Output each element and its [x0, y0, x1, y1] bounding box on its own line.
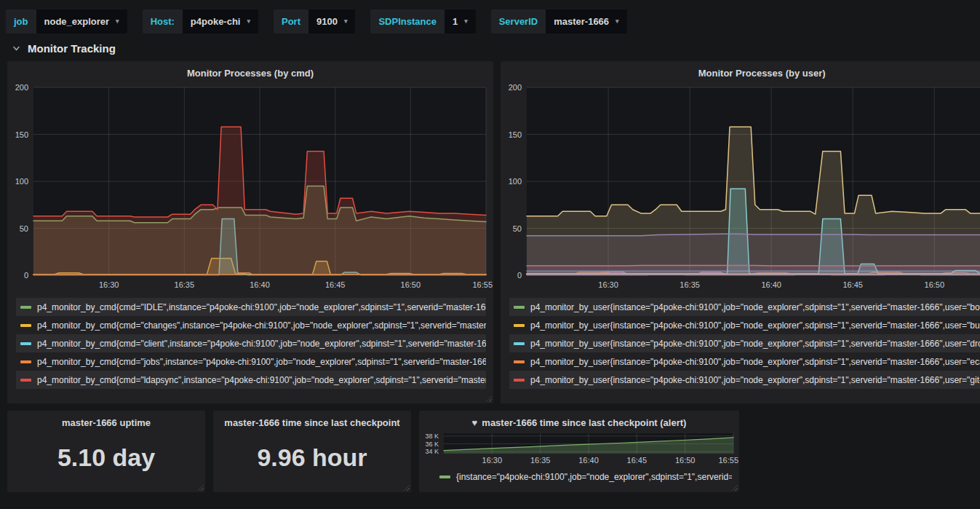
variable-host-dropdown[interactable]: p4poke-chi ▾ [183, 9, 258, 33]
variable-sdpinstance: SDPInstance 1 ▾ [370, 9, 475, 33]
panel-uptime: master-1666 uptime 5.10 day [7, 411, 205, 492]
svg-text:16:45: 16:45 [842, 280, 863, 289]
svg-text:200: 200 [509, 83, 522, 92]
checkpoint-value: 9.96 hour [213, 443, 411, 472]
legend-series-label: {instance="p4poke-chi:9100",job="node_ex… [456, 472, 732, 482]
panel-title-checkpoint[interactable]: master-1666 time since last checkpoint [213, 411, 411, 431]
legend-item[interactable]: p4_monitor_by_user{instance="p4poke-chi:… [509, 352, 980, 371]
svg-text:16:40: 16:40 [250, 280, 270, 289]
variable-sdpinstance-label: SDPInstance [370, 9, 444, 33]
svg-text:16:50: 16:50 [675, 456, 696, 465]
panel-resize-handle[interactable] [486, 396, 492, 402]
variable-sdpinstance-dropdown[interactable]: 1 ▾ [445, 9, 476, 33]
legend-series-swatch [514, 342, 525, 345]
legend-series-label: p4_monitor_by_user{instance="p4poke-chi:… [530, 302, 980, 312]
svg-text:50: 50 [513, 224, 522, 233]
template-variables-bar: job node_explorer ▾ Host: p4poke-chi ▾ P… [0, 0, 980, 40]
alert-title-text: master-1666 time since last checkpoint (… [482, 417, 686, 428]
svg-text:16:45: 16:45 [627, 456, 648, 465]
legend-series-label: p4_monitor_by_user{instance="p4poke-chi:… [530, 375, 980, 385]
legend-series-label: p4_monitor_by_cmd{cmd="ldapsync",instanc… [37, 375, 486, 385]
panel-title-by-user[interactable]: Monitor Processes (by user) [501, 61, 980, 82]
uptime-value: 5.10 day [7, 443, 205, 472]
legend-item[interactable]: p4_monitor_by_cmd{cmd="client",instance=… [16, 334, 486, 352]
checkpoint-alert-sparkline[interactable]: 34 K36 K38 K16:3016:3516:4016:4516:5016:… [419, 431, 739, 466]
svg-text:36 K: 36 K [425, 441, 439, 448]
panel-resize-handle[interactable] [732, 485, 738, 491]
variable-serverid-label: ServerID [491, 9, 546, 33]
variable-port-dropdown[interactable]: 9100 ▾ [308, 9, 355, 33]
svg-text:16:35: 16:35 [175, 280, 195, 289]
graphs-row: Monitor Processes (by cmd) 0501001502001… [0, 61, 980, 403]
variable-host: Host: p4poke-chi ▾ [143, 9, 258, 33]
panel-monitor-by-user: Monitor Processes (by user) 050100150200… [501, 61, 980, 403]
variable-host-label: Host: [143, 9, 183, 33]
svg-text:16:35: 16:35 [680, 280, 700, 289]
variable-job-label: job [6, 9, 36, 33]
svg-text:16:50: 16:50 [925, 280, 945, 289]
legend-series-label: p4_monitor_by_cmd{cmd="changes",instance… [37, 320, 486, 331]
alert-heart-icon: ♥ [472, 417, 478, 428]
legend-series-label: p4_monitor_by_user{instance="p4poke-chi:… [530, 339, 980, 349]
panel-monitor-by-cmd: Monitor Processes (by cmd) 0501001502001… [7, 61, 493, 403]
svg-text:200: 200 [15, 83, 28, 92]
legend-series-swatch [439, 476, 450, 478]
panel-title-by-cmd[interactable]: Monitor Processes (by cmd) [7, 61, 493, 82]
panel-resize-handle[interactable] [404, 485, 410, 491]
variable-port-label: Port [274, 9, 308, 33]
legend-item[interactable]: p4_monitor_by_user{instance="p4poke-chi:… [509, 371, 980, 389]
dropdown-caret-icon: ▾ [116, 18, 119, 25]
time-series-chart-by-cmd[interactable]: 05010015020016:3016:3516:4016:4516:5016:… [7, 82, 493, 294]
panel-title-checkpoint-alert[interactable]: ♥ master-1666 time since last checkpoint… [419, 411, 739, 431]
legend-series-swatch [514, 306, 525, 309]
legend-item[interactable]: p4_monitor_by_cmd{cmd="IDLE",instance="p… [16, 298, 486, 316]
legend-item[interactable]: p4_monitor_by_cmd{cmd="changes",instance… [16, 316, 486, 334]
variable-port-current: 9100 [316, 16, 338, 27]
svg-text:16:30: 16:30 [598, 280, 618, 289]
chart-legend-by-cmd: p4_monitor_by_cmd{cmd="IDLE",instance="p… [7, 294, 493, 389]
row-title: Monitor Tracking [28, 42, 116, 55]
legend-series-swatch [20, 360, 31, 363]
variable-serverid-current: master-1666 [554, 16, 609, 27]
panel-checkpoint: master-1666 time since last checkpoint 9… [213, 411, 411, 492]
svg-text:16:35: 16:35 [530, 456, 551, 465]
row-monitor-tracking[interactable]: Monitor Tracking [0, 40, 980, 61]
panel-checkpoint-alert: ♥ master-1666 time since last checkpoint… [419, 411, 739, 492]
dropdown-caret-icon: ▾ [344, 18, 348, 25]
dropdown-caret-icon: ▾ [464, 18, 468, 25]
dropdown-caret-icon: ▾ [247, 18, 250, 25]
time-series-chart-by-user[interactable]: 05010015020016:3016:3516:4016:4516:5016:… [501, 82, 980, 294]
alert-chart-legend: {instance="p4poke-chi:9100",job="node_ex… [419, 466, 739, 484]
svg-text:150: 150 [509, 130, 522, 139]
svg-text:16:40: 16:40 [761, 280, 781, 289]
panel-title-uptime[interactable]: master-1666 uptime [7, 411, 205, 431]
legend-series-swatch [514, 379, 525, 382]
bottom-row: master-1666 uptime 5.10 day master-1666 … [0, 403, 980, 492]
svg-text:16:30: 16:30 [482, 456, 503, 465]
svg-text:50: 50 [20, 224, 28, 233]
legend-series-label: p4_monitor_by_cmd{cmd="jobs",instance="p… [37, 357, 486, 367]
variable-host-current: p4poke-chi [191, 16, 241, 27]
svg-text:34 K: 34 K [425, 448, 439, 455]
panel-resize-handle[interactable] [198, 485, 204, 491]
legend-series-label: p4_monitor_by_cmd{cmd="client",instance=… [37, 339, 486, 349]
legend-series-label: p4_monitor_by_cmd{cmd="IDLE",instance="p… [37, 302, 486, 312]
legend-item[interactable]: p4_monitor_by_cmd{cmd="jobs",instance="p… [16, 352, 486, 371]
variable-job-current: node_explorer [44, 16, 110, 27]
svg-text:100: 100 [509, 177, 522, 186]
legend-item[interactable]: p4_monitor_by_user{instance="p4poke-chi:… [509, 298, 980, 316]
legend-item[interactable]: p4_monitor_by_cmd{cmd="ldapsync",instanc… [16, 371, 486, 389]
variable-job: job node_explorer ▾ [6, 9, 127, 33]
variable-port: Port 9100 ▾ [274, 9, 355, 33]
legend-item[interactable]: p4_monitor_by_user{instance="p4poke-chi:… [509, 334, 980, 352]
svg-text:0: 0 [24, 271, 28, 280]
legend-series-label: p4_monitor_by_user{instance="p4poke-chi:… [530, 320, 980, 331]
svg-text:38 K: 38 K [425, 433, 439, 440]
variable-serverid-dropdown[interactable]: master-1666 ▾ [546, 9, 626, 33]
variable-job-dropdown[interactable]: node_explorer ▾ [36, 9, 127, 33]
svg-text:150: 150 [15, 130, 28, 139]
legend-item[interactable]: {instance="p4poke-chi:9100",job="node_ex… [435, 470, 732, 484]
legend-item[interactable]: p4_monitor_by_user{instance="p4poke-chi:… [509, 316, 980, 334]
variable-serverid: ServerID master-1666 ▾ [491, 9, 627, 33]
legend-series-swatch [20, 306, 31, 309]
